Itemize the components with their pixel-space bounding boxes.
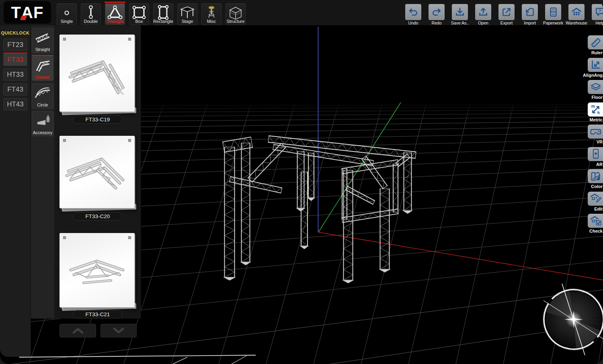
stage-icon xyxy=(179,5,195,20)
color-button[interactable]: Color xyxy=(587,169,603,192)
open-button[interactable]: Open xyxy=(474,4,492,25)
save-as-button[interactable]: Save As.. xyxy=(451,4,469,25)
paperwork-pdf-icon: PDF xyxy=(548,6,559,18)
series-ht33[interactable]: HT33 xyxy=(3,68,27,81)
double-point-icon xyxy=(84,5,98,20)
tool-stage[interactable]: Stage xyxy=(177,3,197,25)
action-label: Export xyxy=(500,20,513,25)
product-list-panel: FT33-C19 FT33-C20 xyxy=(54,25,141,319)
logo-letter-f: F xyxy=(33,4,43,20)
single-point-icon xyxy=(60,5,74,18)
ar-phone-icon xyxy=(590,148,602,160)
tool-triangle[interactable]: Triangle xyxy=(105,3,125,25)
tool-single[interactable]: Single xyxy=(57,3,77,25)
category-circle[interactable]: Circle xyxy=(32,84,53,108)
product-card-ft33-c20[interactable] xyxy=(59,136,135,208)
action-label: Warehouse xyxy=(566,20,587,25)
truss-base-plate xyxy=(307,198,315,201)
export-icon xyxy=(501,6,512,18)
misc-stool-icon xyxy=(205,5,218,21)
tool-structure[interactable]: Structure xyxy=(226,3,246,25)
export-button[interactable]: Export xyxy=(498,4,515,25)
category-label: Accessory xyxy=(33,130,52,135)
redo-button[interactable]: Redo xyxy=(428,4,445,25)
check-button[interactable]: Check xyxy=(587,214,603,236)
circle-truss-icon xyxy=(33,86,52,102)
corner-truss-icon xyxy=(33,58,52,75)
truss-base-plate xyxy=(240,262,251,265)
truss-member xyxy=(362,156,388,189)
category-accessory[interactable]: Accessory xyxy=(32,111,53,136)
rail-label: Floor xyxy=(592,95,603,100)
category-sidebar: Straight Corner Circle Access xyxy=(31,25,55,319)
truss-member xyxy=(380,189,390,269)
action-label: Open xyxy=(478,20,488,25)
product-card-ft33-c19[interactable] xyxy=(59,35,135,112)
action-label: Save As.. xyxy=(451,20,469,25)
rail-label: Edit xyxy=(594,207,603,211)
screw-icon xyxy=(63,236,66,239)
right-tool-rail: Ruler AlignAng Floor m ft Metric xyxy=(587,35,603,236)
rail-label: VR xyxy=(597,139,603,144)
straight-truss-icon xyxy=(33,30,52,46)
tool-double[interactable]: Double xyxy=(81,3,101,25)
metric-units-icon: m ft xyxy=(590,103,602,115)
category-label: Straight xyxy=(35,47,50,52)
truss-member xyxy=(308,153,314,198)
ruler-button[interactable]: Ruler xyxy=(587,35,603,58)
scroll-down-button[interactable] xyxy=(100,324,137,337)
truss-base-plate xyxy=(296,208,306,211)
action-label: Help xyxy=(595,20,603,25)
edit-button[interactable]: Edit xyxy=(587,192,603,214)
pdf-badge-text: PDF xyxy=(551,10,556,13)
product-image-ft33-c19 xyxy=(59,35,135,112)
warehouse-button[interactable]: Warehouse xyxy=(568,4,585,25)
series-ft33[interactable]: FT33 xyxy=(3,53,27,66)
vr-headset-icon xyxy=(590,126,602,138)
tool-group: Single Double Triangle xyxy=(57,3,246,25)
floor-button[interactable]: Floor xyxy=(587,80,603,102)
import-icon xyxy=(524,6,535,18)
check-warehouse-icon xyxy=(590,215,602,227)
tool-misc[interactable]: Misc xyxy=(201,3,222,25)
scroll-up-button[interactable] xyxy=(59,324,96,337)
paperwork-button[interactable]: PDF Paperwork xyxy=(544,4,562,25)
truss-structure[interactable] xyxy=(223,136,416,283)
undo-icon xyxy=(408,6,419,18)
product-code-pill: FT33-C20 xyxy=(73,212,122,221)
edit-warehouse-icon xyxy=(590,192,602,204)
accessory-icon xyxy=(33,113,52,130)
category-straight[interactable]: Straight xyxy=(32,28,53,53)
save-as-icon xyxy=(454,6,466,18)
tool-box[interactable]: Box xyxy=(129,3,149,25)
warehouse-icon xyxy=(571,6,582,18)
category-corner[interactable]: Corner xyxy=(32,56,53,81)
rectangle-icon xyxy=(156,5,171,20)
action-label: Redo xyxy=(431,20,441,25)
rail-label: AlignAng xyxy=(583,73,603,78)
tool-rectangle[interactable]: Rectangle xyxy=(153,3,173,25)
metric-units-button[interactable]: m ft Metric xyxy=(587,102,603,125)
redo-icon xyxy=(431,6,442,18)
ar-button[interactable]: AR xyxy=(587,147,603,170)
chevron-down-icon xyxy=(112,327,125,334)
screw-icon xyxy=(128,139,131,142)
screw-icon xyxy=(128,236,131,239)
truss-base-plate xyxy=(403,211,413,214)
help-button[interactable]: ? Help xyxy=(591,4,603,25)
chevron-up-icon xyxy=(71,327,85,334)
x-axis-line xyxy=(318,232,603,280)
product-card-ft33-c21[interactable] xyxy=(59,233,135,307)
series-ft43[interactable]: FT43 xyxy=(3,83,27,96)
series-ht43[interactable]: HT43 xyxy=(3,98,27,110)
import-button[interactable]: Import xyxy=(521,4,539,25)
rail-label: Metric xyxy=(590,117,603,122)
product-code-pill: FT33-C21 xyxy=(73,310,122,319)
align-angle-button[interactable]: AlignAng xyxy=(587,58,603,80)
undo-button[interactable]: Undo xyxy=(404,4,422,25)
truss-base-plate xyxy=(300,246,309,249)
truss-member xyxy=(225,147,235,277)
truss-base-plate xyxy=(379,269,391,272)
series-ft23[interactable]: FT23 xyxy=(3,39,27,51)
vr-button[interactable]: VR xyxy=(587,125,603,147)
